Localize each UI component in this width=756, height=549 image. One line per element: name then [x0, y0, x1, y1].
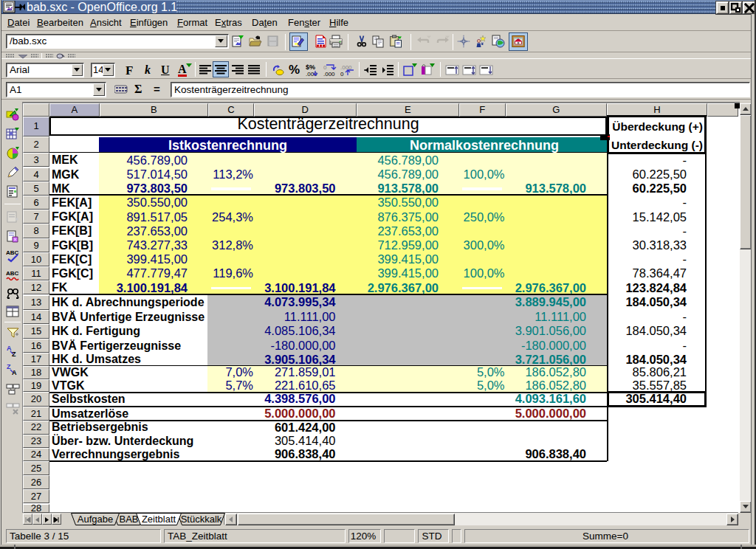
svg-text:Z: Z [12, 351, 16, 358]
svg-text:A: A [7, 345, 12, 352]
svg-text:.000: .000 [306, 71, 317, 77]
svg-text:A: A [12, 369, 17, 376]
svg-text:Z: Z [7, 363, 11, 370]
svg-text:$%: $% [306, 63, 315, 71]
svg-text:ABC: ABC [6, 270, 19, 277]
svg-text:0: 0 [323, 64, 327, 71]
svg-text:0: 0 [340, 71, 344, 77]
svg-text:.000: .000 [323, 71, 335, 77]
